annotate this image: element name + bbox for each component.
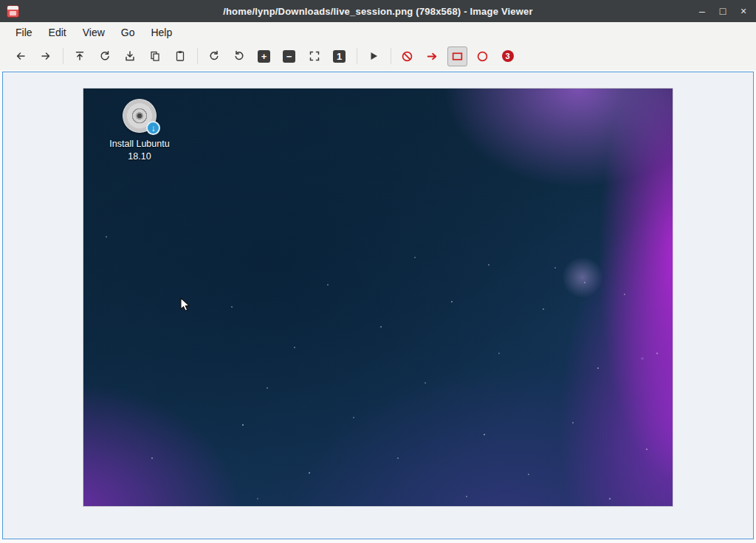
- arrow-left-icon: [15, 50, 27, 62]
- menu-view[interactable]: View: [75, 24, 113, 41]
- rotate-clockwise-icon: [208, 50, 220, 62]
- wallpaper-stars: [106, 236, 107, 238]
- desktop-icon-label: Install Lubuntu 18.10: [97, 138, 182, 163]
- menu-help[interactable]: Help: [142, 24, 180, 41]
- image-viewer-window: /home/lynp/Downloads/live_session.png (7…: [0, 0, 756, 543]
- zoom-in-button[interactable]: +: [254, 46, 274, 66]
- play-icon: [368, 50, 379, 62]
- download-badge-icon: ↓: [146, 121, 160, 135]
- titlebar: /home/lynp/Downloads/live_session.png (7…: [0, 0, 756, 22]
- red-arrow-icon: [426, 50, 439, 63]
- displayed-image: ↓ Install Lubuntu 18.10: [83, 89, 673, 506]
- zoom-in-icon: +: [258, 50, 270, 63]
- window-controls: – □ ×: [697, 0, 749, 22]
- paste-button[interactable]: [170, 46, 190, 66]
- red-rectangle-icon: [451, 50, 464, 63]
- app-icon: [7, 5, 19, 18]
- zoom-out-button[interactable]: −: [279, 46, 299, 66]
- menu-go[interactable]: Go: [113, 24, 143, 41]
- save-icon: [124, 50, 136, 62]
- toolbar-separator: [357, 48, 357, 64]
- close-button[interactable]: ×: [738, 6, 749, 16]
- toolbar-separator: [391, 48, 391, 64]
- image-viewport[interactable]: ↓ Install Lubuntu 18.10: [2, 72, 754, 539]
- zoom-fit-icon: [309, 50, 320, 62]
- menubar: File Edit View Go Help: [0, 22, 756, 42]
- toolbar-separator: [63, 48, 63, 64]
- number-badge-icon: 3: [502, 50, 514, 62]
- copy-icon: [149, 50, 161, 62]
- zoom-original-icon: 1: [333, 50, 346, 63]
- toolbar-separator: [197, 48, 198, 64]
- minimize-button[interactable]: –: [697, 6, 707, 16]
- install-lubuntu-desktop-icon: ↓ Install Lubuntu 18.10: [97, 99, 182, 163]
- annotation-none-button[interactable]: [397, 46, 417, 66]
- zoom-original-button[interactable]: 1: [329, 46, 349, 66]
- zoom-out-icon: −: [283, 50, 295, 63]
- reload-button[interactable]: [94, 46, 114, 66]
- rotate-counterclockwise-icon: [233, 50, 245, 62]
- desktop-icon-label-line1: Install Lubuntu: [109, 139, 169, 149]
- mouse-cursor: [179, 297, 193, 312]
- wallpaper-glow: [562, 257, 603, 298]
- window-title: /home/lynp/Downloads/live_session.png (7…: [223, 6, 533, 17]
- menu-edit[interactable]: Edit: [41, 24, 75, 41]
- arrow-right-icon: [40, 50, 52, 62]
- zoom-fit-button[interactable]: [304, 46, 324, 66]
- upload-icon: [74, 50, 86, 62]
- rotate-clockwise-button[interactable]: [204, 46, 224, 66]
- previous-button[interactable]: [10, 46, 30, 66]
- annotation-number-button[interactable]: 3: [498, 46, 518, 66]
- toolbar: + − 1 3: [0, 42, 756, 70]
- annotation-rectangle-button[interactable]: [447, 46, 467, 66]
- annotation-arrow-button[interactable]: [422, 46, 442, 66]
- paste-icon: [174, 50, 186, 62]
- play-slideshow-button[interactable]: [363, 46, 383, 66]
- save-button[interactable]: [120, 46, 140, 66]
- menu-file[interactable]: File: [7, 24, 41, 41]
- maximize-button[interactable]: □: [718, 6, 728, 16]
- annotation-circle-button[interactable]: [472, 46, 492, 66]
- upload-button[interactable]: [69, 46, 89, 66]
- next-button[interactable]: [35, 46, 55, 66]
- copy-button[interactable]: [145, 46, 165, 66]
- desktop-icon-label-line2: 18.10: [128, 151, 151, 162]
- rotate-counterclockwise-button[interactable]: [229, 46, 249, 66]
- no-annotation-icon: [401, 50, 413, 63]
- red-circle-icon: [476, 50, 489, 63]
- cd-disc-icon: ↓: [123, 99, 157, 133]
- reload-icon: [99, 50, 111, 62]
